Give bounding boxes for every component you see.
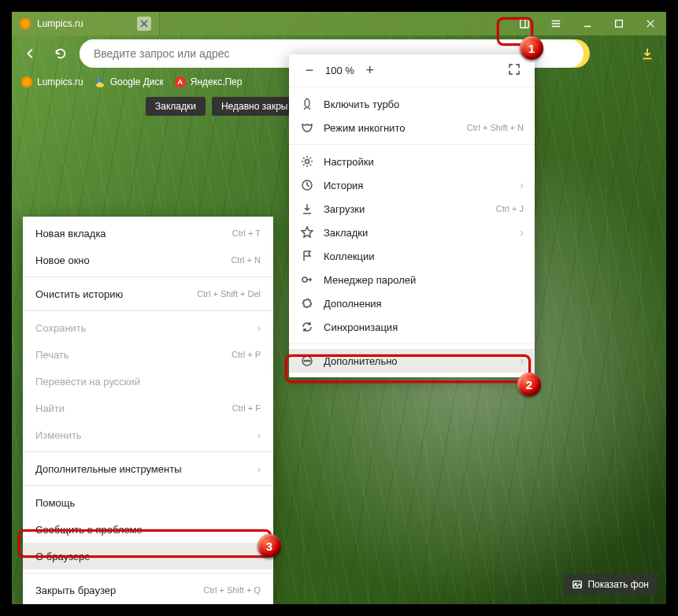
submenu-about[interactable]: О браузере	[23, 543, 273, 570]
submenu-save: Сохранить ›	[23, 314, 273, 341]
bookmark-yandex[interactable]: A Яндекс.Пер	[175, 76, 243, 87]
image-icon	[572, 579, 583, 590]
submenu-label: Дополнительные инструменты	[35, 463, 182, 475]
submenu-label: Новая вкладка	[35, 228, 106, 239]
chevron-right-icon: ›	[520, 179, 524, 191]
chevron-right-icon: ›	[520, 354, 524, 367]
svg-rect-1	[616, 20, 623, 28]
menu-label: Менеджер паролей	[324, 274, 416, 286]
menu-incognito[interactable]: Режим инкогнито Ctrl + Shift + N	[289, 116, 535, 139]
svg-point-8	[309, 360, 310, 362]
submenu-label: О браузере	[35, 551, 91, 562]
submenu-label: Очистить историю	[35, 288, 123, 300]
submenu-shortcut: Ctrl + N	[231, 255, 261, 265]
submenu-separator	[23, 451, 273, 452]
submenu-label: Сообщить о проблеме	[35, 524, 143, 536]
submenu-label: Закрыть браузер	[35, 584, 116, 596]
submenu-quit[interactable]: Закрыть браузер Ctrl + Shift + Q	[23, 577, 273, 603]
menu-turbo[interactable]: Включить турбо	[289, 92, 535, 116]
menu-collections[interactable]: Коллекции	[289, 244, 535, 268]
tab-close-button[interactable]	[137, 17, 151, 31]
submenu-label: Новое окно	[35, 254, 90, 266]
bookmark-icon	[21, 76, 32, 87]
mask-icon	[300, 121, 314, 135]
submenu-separator	[23, 573, 273, 573]
menu-addons[interactable]: Дополнения	[289, 291, 535, 315]
submenu-separator	[23, 310, 273, 311]
download-icon	[300, 202, 314, 216]
submenu-label: Помощь	[35, 497, 75, 509]
bookmark-lumpics[interactable]: Lumpics.ru	[21, 76, 83, 87]
menu-history[interactable]: История ›	[289, 173, 535, 197]
svg-point-4	[302, 277, 307, 282]
gear-icon	[300, 154, 314, 169]
show-background-button[interactable]: Показать фон	[564, 574, 657, 595]
maximize-button[interactable]	[603, 12, 635, 35]
submenu-label: Перевести на русский	[35, 376, 140, 388]
zoom-out-button[interactable]: −	[300, 61, 319, 80]
submenu-translate: Перевести на русский	[23, 368, 273, 395]
submenu-print: Печать Ctrl + P	[23, 341, 273, 368]
menu-shortcut: Ctrl + Shift + N	[467, 123, 524, 132]
downloads-button[interactable]	[636, 43, 658, 65]
bookmark-label: Google Диск	[110, 76, 164, 87]
bookmark-label: Яндекс.Пер	[191, 76, 243, 87]
menu-label: Закладки	[324, 227, 368, 239]
tab-title: Lumpics.ru	[37, 18, 83, 29]
submenu-new-tab[interactable]: Новая вкладка Ctrl + T	[23, 220, 273, 247]
browser-tab[interactable]: Lumpics.ru	[12, 12, 160, 35]
chip-bookmarks[interactable]: Закладки	[146, 97, 206, 116]
back-button[interactable]	[20, 43, 42, 65]
more-submenu: Новая вкладка Ctrl + T Новое окно Ctrl +…	[23, 217, 273, 607]
menu-sync[interactable]: Синхронизация	[289, 315, 535, 339]
submenu-label: Найти	[35, 403, 65, 414]
key-icon	[300, 273, 314, 287]
submenu-label: Изменить	[35, 429, 82, 441]
menu-label: История	[324, 180, 363, 191]
submenu-separator	[23, 276, 273, 277]
svg-point-2	[306, 160, 309, 164]
submenu-edit: Изменить ›	[23, 421, 273, 448]
chevron-right-icon: ›	[257, 463, 261, 475]
badge-3: 3	[257, 534, 281, 558]
menu-label: Включить турбо	[324, 98, 399, 110]
tab-favicon	[20, 18, 31, 29]
badge-2: 2	[517, 373, 541, 396]
bookmark-label: Lumpics.ru	[37, 76, 83, 87]
submenu-dev-tools[interactable]: Дополнительные инструменты ›	[23, 455, 273, 482]
submenu-help[interactable]: Помощь	[23, 489, 273, 516]
menu-more[interactable]: Дополнительно ›	[289, 349, 535, 373]
submenu-shortcut: Ctrl + T	[232, 228, 261, 238]
rocket-icon	[300, 97, 314, 111]
menu-label: Синхронизация	[324, 321, 398, 333]
menu-settings[interactable]: Настройки	[289, 150, 535, 173]
submenu-shortcut: Ctrl + Shift + Q	[203, 585, 261, 595]
submenu-clear-history[interactable]: Очистить историю Ctrl + Shift + Del	[23, 280, 273, 307]
menu-label: Дополнения	[324, 298, 382, 310]
chip-recent[interactable]: Недавно закры	[212, 97, 298, 116]
submenu-report[interactable]: Сообщить о проблеме	[23, 516, 273, 543]
submenu-new-window[interactable]: Новое окно Ctrl + N	[23, 247, 273, 273]
fullscreen-button[interactable]	[508, 63, 524, 79]
chevron-right-icon: ›	[257, 429, 261, 441]
menu-button[interactable]	[540, 12, 572, 35]
menu-downloads[interactable]: Загрузки Ctrl + J	[289, 197, 535, 221]
star-icon	[300, 225, 314, 239]
menu-label: Режим инкогнито	[324, 122, 405, 134]
sidebar-toggle-icon[interactable]	[509, 12, 540, 35]
bookmark-icon	[94, 76, 106, 87]
menu-label: Коллекции	[324, 250, 375, 262]
dots-icon	[300, 354, 314, 368]
minimize-button[interactable]	[572, 12, 603, 35]
svg-rect-0	[521, 20, 529, 28]
submenu-shortcut: Ctrl + P	[232, 350, 261, 359]
badge-1: 1	[520, 36, 543, 60]
menu-passwords[interactable]: Менеджер паролей	[289, 268, 535, 291]
zoom-in-button[interactable]: +	[361, 61, 380, 80]
menu-bookmarks[interactable]: Закладки ›	[289, 221, 535, 244]
close-window-button[interactable]	[635, 12, 666, 35]
reload-button[interactable]	[50, 43, 72, 65]
svg-point-6	[304, 360, 306, 362]
bookmark-gdrive[interactable]: Google Диск	[94, 76, 164, 87]
show-background-label: Показать фон	[587, 579, 649, 590]
